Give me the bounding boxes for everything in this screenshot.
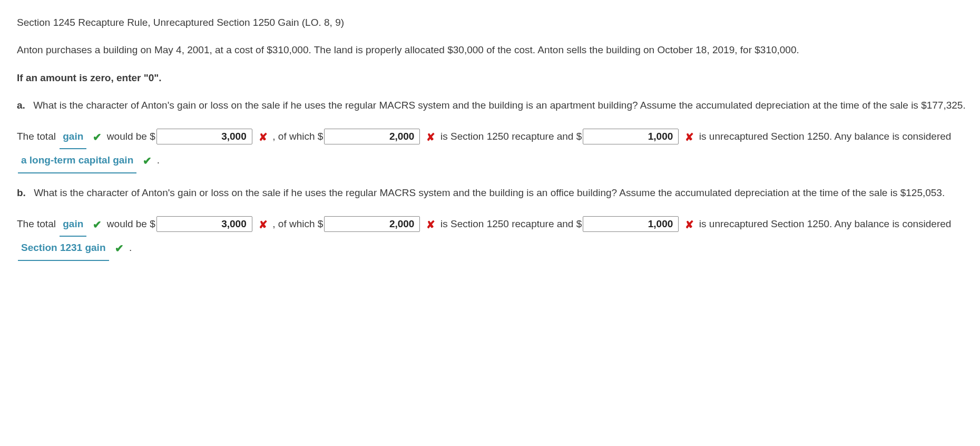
answer-b-text-2: would be $ — [107, 218, 155, 229]
answer-a-text-2: would be $ — [107, 131, 155, 142]
answer-b-text-4: is Section 1250 recapture and $ — [440, 218, 582, 229]
answer-b-text-3: , of which $ — [272, 218, 323, 229]
answer-a-text-5: is — [699, 131, 707, 142]
answer-a: The total gain ✔ would be $ ✘ , of which… — [17, 125, 972, 174]
check-icon: ✔ — [93, 125, 102, 149]
answer-b-input-unrecaptured[interactable] — [583, 216, 679, 232]
cross-icon: ✘ — [685, 213, 694, 236]
question-b-label: b. — [17, 187, 26, 198]
cross-icon: ✘ — [426, 213, 436, 236]
cross-icon: ✘ — [685, 125, 694, 149]
answer-a-text-6: unrecaptured Section 1250. Any balance i… — [709, 131, 951, 142]
check-icon: ✔ — [93, 213, 102, 236]
question-a-label: a. — [17, 100, 25, 111]
check-icon: ✔ — [143, 149, 152, 172]
answer-b-dropdown-balance[interactable]: Section 1231 gain — [18, 237, 109, 261]
answer-a-input-unrecaptured[interactable] — [583, 129, 679, 144]
scenario-text: Anton purchases a building on May 4, 200… — [17, 42, 972, 58]
answer-a-text-3: , of which $ — [272, 131, 323, 142]
answer-a-dropdown-gain[interactable]: gain — [60, 125, 86, 150]
answer-b-text-6: unrecaptured Section 1250. Any balance i… — [709, 218, 951, 229]
page-title: Section 1245 Recapture Rule, Unrecapture… — [17, 15, 972, 31]
question-b-text: What is the character of Anton's gain or… — [34, 187, 945, 198]
answer-a-input-recapture[interactable] — [324, 129, 420, 144]
instruction-text: If an amount is zero, enter "0". — [17, 70, 972, 86]
answer-b-dropdown-gain[interactable]: gain — [60, 213, 86, 237]
question-a-text: What is the character of Anton's gain or… — [33, 100, 966, 111]
answer-b-text-7: . — [129, 242, 132, 253]
answer-a-dropdown-balance[interactable]: a long-term capital gain — [18, 149, 136, 173]
answer-a-text-7: . — [157, 154, 160, 166]
answer-a-input-total[interactable] — [156, 129, 252, 144]
answer-a-text-1: The total — [17, 131, 56, 142]
answer-a-text-4: is Section 1250 recapture and $ — [440, 131, 582, 142]
answer-b-input-total[interactable] — [156, 216, 252, 232]
cross-icon: ✘ — [426, 125, 436, 149]
cross-icon: ✘ — [258, 213, 268, 236]
question-b: b. What is the character of Anton's gain… — [17, 185, 972, 201]
answer-b: The total gain ✔ would be $ ✘ , of which… — [17, 213, 972, 261]
question-a: a. What is the character of Anton's gain… — [17, 98, 972, 113]
answer-b-text-5: is — [699, 218, 707, 229]
check-icon: ✔ — [115, 237, 124, 260]
answer-b-input-recapture[interactable] — [324, 216, 420, 232]
answer-b-text-1: The total — [17, 218, 56, 229]
cross-icon: ✘ — [258, 125, 268, 149]
